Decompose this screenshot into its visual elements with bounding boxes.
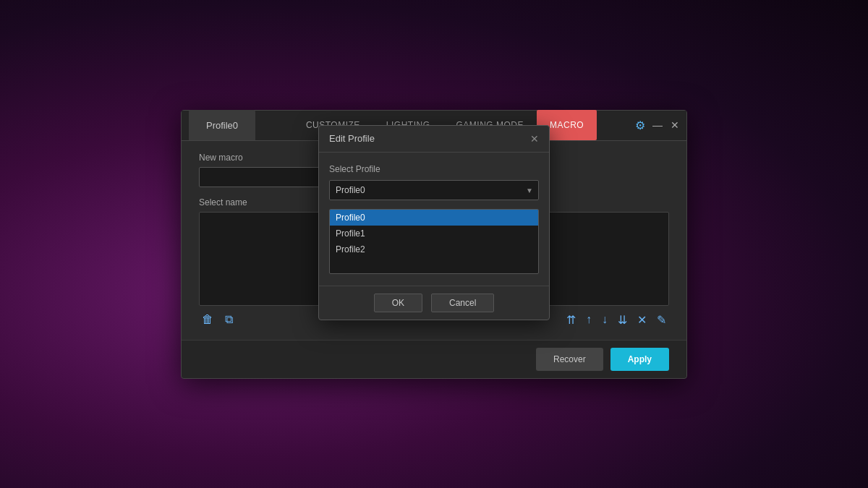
profile-select[interactable]: Profile0 Profile1 Profile2 [329,180,539,200]
profile-list-item-2[interactable]: Profile2 [330,241,538,257]
modal-ok-button[interactable]: OK [374,294,422,312]
profile-list-item-0[interactable]: Profile0 [330,210,538,226]
modal-header: Edit Profile ✕ [319,126,549,153]
profile-list-box: Profile0 Profile1 Profile2 [329,209,539,274]
modal-overlay: Edit Profile ✕ Select Profile Profile0 P… [181,110,687,379]
modal-body: Select Profile Profile0 Profile1 Profile… [319,153,549,286]
modal-title: Edit Profile [329,133,375,144]
profile-dropdown-wrapper: Profile0 Profile1 Profile2 ▼ [329,180,539,200]
modal-close-button[interactable]: ✕ [530,133,539,145]
profile-list-item-1[interactable]: Profile1 [330,226,538,241]
modal-footer: OK Cancel [319,286,549,320]
modal-cancel-button[interactable]: Cancel [431,294,494,312]
edit-profile-modal: Edit Profile ✕ Select Profile Profile0 P… [318,125,550,320]
modal-select-label: Select Profile [329,164,539,174]
